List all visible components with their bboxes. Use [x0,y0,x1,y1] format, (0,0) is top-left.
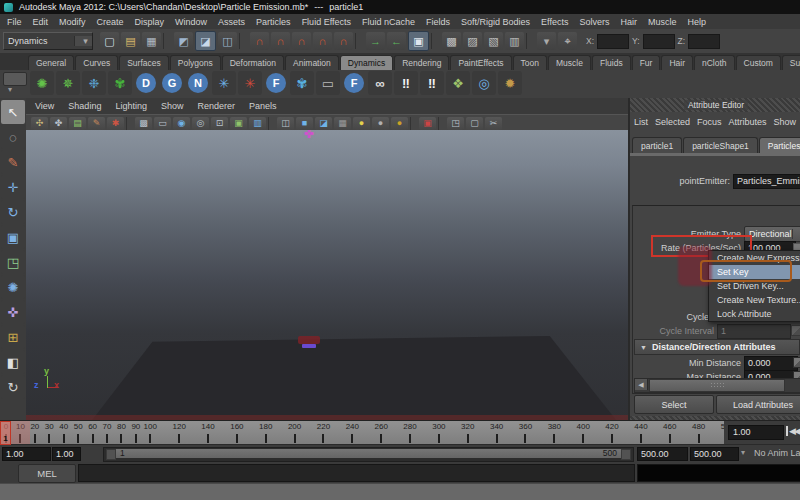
current-time-field[interactable]: 1.00 [728,425,784,440]
shelf-tab[interactable]: Dynamics [340,55,393,70]
range-slider-bar[interactable]: 1 500 [106,449,631,458]
attribute-editor-menu-item[interactable]: List [634,117,648,127]
ipr-render-icon[interactable]: ▧ [484,32,503,50]
curve-flow-shelf-icon[interactable]: ✾ [108,71,132,95]
selection-mask-dropdown-icon[interactable]: ▾ [537,32,556,50]
radial-field-shelf-icon[interactable]: ✳ [212,71,236,95]
grid-toggle-icon[interactable]: ▩ [135,117,152,130]
command-result-field[interactable] [637,464,800,482]
range-end-handle[interactable] [621,449,631,460]
film-gate-icon[interactable]: ▭ [154,117,171,130]
emitter-type-dropdown[interactable]: Directional ▾ [744,226,800,242]
load-attributes-button[interactable]: Load Attributes [716,395,800,414]
render-settings-icon[interactable]: ▥ [505,32,524,50]
safe-title-icon[interactable]: ▥ [249,117,266,130]
go-to-start-button[interactable]: ◀◀ [786,426,799,436]
group-separator[interactable] [431,33,440,49]
input-connection-icon[interactable]: → [366,32,385,50]
distance-direction-section-header[interactable]: ▼ Distance/Direction Attributes [634,339,800,355]
menu-item[interactable]: Modify [58,17,87,27]
shelf-switcher-button[interactable] [3,72,27,86]
collision-shelf-icon[interactable]: ‼ [394,71,418,95]
animation-end-max-field[interactable]: 500.00 [690,447,739,461]
image-plane-icon[interactable]: ▤ [69,117,86,130]
particles-shelf-icon[interactable]: ✵ [56,71,80,95]
panel-separator[interactable] [126,117,133,130]
camera-attributes-icon[interactable]: ✣ [31,117,48,130]
shelf-tab[interactable]: Rendering [394,55,449,70]
panel-menu-item[interactable]: Renderer [196,101,236,111]
no-lighting-icon[interactable]: ● [372,117,389,130]
scale-tool[interactable]: ▣ [1,225,25,249]
quick-layout-pane-button[interactable]: ◧ [1,350,25,374]
shelf-tab[interactable]: nCloth [694,55,735,70]
connect-to-field-shelf-icon[interactable]: ∞ [368,71,392,95]
menu-item[interactable]: Display [134,17,166,27]
rotate-tool[interactable]: ↻ [1,200,25,224]
shelf-tab[interactable]: General [28,55,74,70]
all-lights-icon[interactable]: ● [391,117,408,130]
shelf-tab[interactable]: Toon [513,55,547,70]
shelf-tab[interactable]: Curves [75,55,118,70]
min-distance-field[interactable]: 0.000 [744,356,798,371]
render-view-icon[interactable]: ▩ [442,32,461,50]
timeline-ruler[interactable]: 0 10 20 30 40 [0,421,724,445]
show-manipulator-tool[interactable]: ✜ [1,300,25,324]
menu-item[interactable]: Soft/Rigid Bodies [460,17,531,27]
soft-modification-tool[interactable]: ✺ [1,275,25,299]
bookmark-icon[interactable]: ✤ [50,117,67,130]
vortex-field-shelf-icon[interactable]: ✾ [290,71,314,95]
checker-mode-icon[interactable]: ▦ [334,117,351,130]
select-button[interactable]: Select [634,395,714,414]
shelf-tab[interactable]: Fluids [592,55,631,70]
shelf-tab[interactable]: Surfaces [119,55,169,70]
select-hierarchy-icon[interactable]: ◩ [174,32,193,50]
point-emitter-field[interactable]: Particles_Emmision [733,174,800,189]
attribute-editor-menu-item[interactable]: Selected [655,117,690,127]
menu-item[interactable]: Solvers [578,17,610,27]
center-pivot-icon[interactable]: ⌖ [558,32,577,50]
y-coordinate-input[interactable] [643,34,675,49]
animation-start-min-field[interactable]: 1.00 [2,447,51,461]
gravity-field-shelf-icon[interactable]: G [162,73,182,93]
texture-map-icon[interactable] [793,357,800,368]
menu-item[interactable]: Fluid nCache [361,17,416,27]
menu-item[interactable]: Effects [540,17,569,27]
uniform-field-shelf-icon[interactable]: F [266,73,286,93]
command-input-field[interactable] [78,464,635,482]
scrollbar-thumb[interactable] [649,379,785,392]
save-scene-icon[interactable]: ▦ [142,32,161,50]
isolate-select-icon[interactable]: ▣ [419,117,436,130]
texture-map-icon[interactable] [791,325,800,336]
attribute-editor-tab[interactable]: particle1 [632,137,682,154]
menu-item[interactable]: File [6,17,23,27]
xray-icon[interactable]: ◳ [447,117,464,130]
spin-layout-button[interactable]: ↻ [1,375,25,399]
range-start-handle[interactable] [106,449,116,460]
emitter-icon[interactable]: ✜ [304,130,314,141]
x-coordinate-input[interactable] [597,34,629,49]
output-connection-icon[interactable]: ← [387,32,406,50]
menu-item[interactable]: Window [174,17,208,27]
paint-selection-tool[interactable]: ✎ [1,150,25,174]
group-separator[interactable] [355,33,364,49]
attribute-editor-menu-item[interactable]: Show [774,117,797,127]
panel-separator[interactable] [438,117,445,130]
goal-shelf-icon[interactable]: ◎ [472,71,496,95]
grease-pencil-icon[interactable]: ✱ [107,117,124,130]
emit-from-object-shelf-icon[interactable]: ❉ [82,71,106,95]
panel-menu-item[interactable]: Panels [248,101,278,111]
safe-action-icon[interactable]: ▣ [230,117,247,130]
shelf-tab[interactable]: Custom [736,55,781,70]
turbulence-field-shelf-icon[interactable]: ✳ [238,71,262,95]
soft-body-shelf-icon[interactable]: ✹ [498,71,522,95]
cycle-interval-field[interactable]: 1 [717,324,791,339]
new-scene-icon[interactable]: ▢ [100,32,119,50]
menu-item[interactable]: Create [96,17,125,27]
context-menu-item[interactable]: Create New Texture... [709,293,800,307]
split-view-icon[interactable]: ✂ [485,117,502,130]
emitter-ground-marker[interactable] [298,336,320,344]
volume-axis-field-shelf-icon[interactable]: ▭ [316,71,340,95]
shelf-tab[interactable]: Hair [661,55,693,70]
panel-menu-item[interactable]: View [34,101,55,111]
